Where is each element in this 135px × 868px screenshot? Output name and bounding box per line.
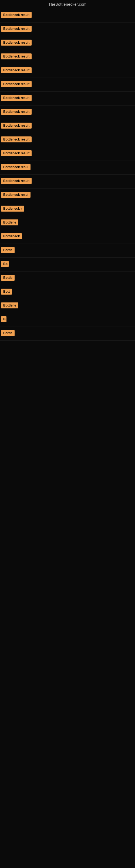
table-row: Bottlene bbox=[0, 299, 135, 313]
table-row: Bottle bbox=[0, 272, 135, 285]
table-row: B bbox=[0, 313, 135, 327]
bottleneck-badge[interactable]: Bottlene bbox=[1, 303, 18, 308]
table-row: Bottleneck result bbox=[0, 36, 135, 50]
table-row: Bo bbox=[0, 258, 135, 272]
bottleneck-badge[interactable]: Bottleneck result bbox=[1, 150, 32, 156]
table-row: Bottleneck r bbox=[0, 203, 135, 216]
bottleneck-badge[interactable]: Bottle bbox=[1, 275, 14, 281]
table-row: Bottleneck result bbox=[0, 175, 135, 188]
bottleneck-badge[interactable]: Bottleneck result bbox=[1, 40, 32, 45]
table-row: Bottle bbox=[0, 327, 135, 341]
bottleneck-badge[interactable]: Bottleneck r bbox=[1, 206, 24, 212]
bottleneck-badge[interactable]: Bottleneck result bbox=[1, 136, 32, 143]
table-row: Bottleneck result bbox=[0, 23, 135, 36]
table-row: Bottle bbox=[0, 244, 135, 258]
table-row: Bottleneck bbox=[0, 230, 135, 244]
table-row: Bottlene bbox=[0, 216, 135, 230]
bottleneck-badge[interactable]: Bottleneck result bbox=[1, 12, 32, 18]
bottleneck-badge[interactable]: Bottle bbox=[1, 330, 14, 336]
bottleneck-badge[interactable]: Bottleneck result bbox=[1, 26, 32, 32]
table-row: Bottleneck result bbox=[0, 119, 135, 133]
table-row: Bottleneck result bbox=[0, 133, 135, 147]
bottleneck-badge[interactable]: Bottleneck result bbox=[1, 123, 32, 129]
bottleneck-badge[interactable]: Bottlene bbox=[1, 219, 18, 225]
rows-container: Bottleneck resultBottleneck resultBottle… bbox=[0, 9, 135, 341]
table-row: Bott bbox=[0, 285, 135, 299]
bottleneck-badge[interactable]: Bottleneck result bbox=[1, 95, 32, 101]
bottleneck-badge[interactable]: Bottleneck result bbox=[1, 54, 32, 59]
table-row: Bottleneck result bbox=[0, 9, 135, 23]
table-row: Bottleneck result bbox=[0, 147, 135, 161]
table-row: Bottleneck result bbox=[0, 105, 135, 119]
bottleneck-badge[interactable]: Bottleneck result bbox=[1, 67, 32, 73]
table-row: Bottleneck resul bbox=[0, 161, 135, 175]
table-row: Bottleneck result bbox=[0, 50, 135, 64]
site-title: TheBottlenecker.com bbox=[0, 0, 135, 9]
bottleneck-badge[interactable]: Bottleneck resul bbox=[1, 192, 31, 198]
table-row: Bottleneck result bbox=[0, 64, 135, 78]
bottleneck-badge[interactable]: Bottleneck result bbox=[1, 109, 32, 115]
bottleneck-badge[interactable]: Bottleneck resul bbox=[1, 164, 31, 170]
site-title-container: TheBottlenecker.com bbox=[0, 0, 135, 9]
bottleneck-badge[interactable]: Bottle bbox=[1, 247, 14, 253]
bottleneck-badge[interactable]: Bottleneck bbox=[1, 233, 22, 239]
table-row: Bottleneck result bbox=[0, 92, 135, 105]
bottleneck-badge[interactable]: B bbox=[1, 316, 6, 322]
bottleneck-badge[interactable]: Bo bbox=[1, 261, 9, 267]
table-row: Bottleneck result bbox=[0, 78, 135, 92]
bottleneck-badge[interactable]: Bott bbox=[1, 289, 12, 294]
table-row: Bottleneck resul bbox=[0, 188, 135, 203]
bottleneck-badge[interactable]: Bottleneck result bbox=[1, 178, 32, 184]
bottleneck-badge[interactable]: Bottleneck result bbox=[1, 81, 32, 87]
